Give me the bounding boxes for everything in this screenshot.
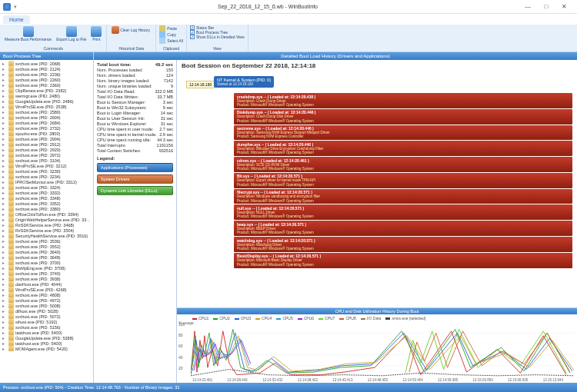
tree-item[interactable]: ▸svchost.exe (PID: 5156): [1, 324, 92, 330]
expand-icon[interactable]: ▸: [2, 93, 7, 98]
expand-icon[interactable]: ▸: [2, 265, 7, 271]
tree-item[interactable]: ▸svchost.exe (PID: 2260): [1, 77, 92, 82]
expand-icon[interactable]: ▸: [2, 136, 7, 141]
tree-item[interactable]: ▸OfficeClickToRun.exe (PID: 3394): [1, 211, 92, 217]
tree-item[interactable]: ▸svchost.exe (PID: 3348): [1, 195, 92, 201]
driver-box[interactable]: crashdmp.sys -- ( Loaded at: 12:14:20.43…: [234, 93, 572, 108]
expand-icon[interactable]: ▸: [2, 341, 7, 346]
tree-item[interactable]: ▸svchost.exe (PID: 2912): [1, 141, 92, 147]
tree-item[interactable]: ▸dllhost.exe (PID: 5028): [1, 308, 92, 314]
kernel-box[interactable]: NT Kernel & System (PID: 0) Started at 1…: [214, 76, 274, 88]
tree-item[interactable]: ▸MsMpEng.exe (PID: 3708): [1, 265, 92, 271]
expand-icon[interactable]: ▸: [2, 158, 7, 163]
measure-boot-button[interactable]: Measure Boot Performance: [3, 25, 53, 42]
expand-icon[interactable]: ▸: [2, 238, 7, 244]
expand-icon[interactable]: ▸: [2, 77, 7, 82]
tree-item[interactable]: ▸OriginWebHelperService.exe (PID: 3396): [1, 217, 92, 222]
expand-icon[interactable]: ▸: [2, 324, 7, 330]
expand-icon[interactable]: ▸: [2, 61, 7, 66]
tree-item[interactable]: ▸svchost.exe (PID: 2904): [1, 136, 92, 141]
tree-item[interactable]: ▸sihost.exe (PID: 5192): [1, 319, 92, 324]
driver-box[interactable]: secnvme.sys -- ( Loaded at: 12:14:20.446…: [234, 125, 572, 141]
tree-item[interactable]: ▸RzSDKService.exe (PID: 3468): [1, 222, 92, 228]
clear-log-button[interactable]: Clear Log History: [110, 25, 152, 35]
expand-icon[interactable]: ▸: [2, 190, 7, 195]
expand-icon[interactable]: ▸: [2, 98, 7, 104]
tree-item[interactable]: ▸WmiPrvSE.exe (PID: 4268): [1, 287, 92, 292]
tree-item[interactable]: ▸svchost.exe (PID: 2124): [1, 66, 92, 71]
expand-icon[interactable]: ▸: [2, 195, 7, 201]
expand-icon[interactable]: ▸: [2, 179, 7, 184]
select-all-button[interactable]: Select All: [159, 38, 183, 44]
expand-icon[interactable]: ▸: [2, 88, 7, 93]
expand-icon[interactable]: ▸: [2, 222, 7, 228]
tab-home[interactable]: Home: [3, 15, 30, 24]
expand-icon[interactable]: ▸: [2, 233, 7, 238]
tree-item[interactable]: ▸svchost.exe (PID: 2236): [1, 71, 92, 77]
expand-icon[interactable]: ▸: [2, 249, 7, 254]
tree-item[interactable]: ▸svchost.exe (PID: 2580): [1, 109, 92, 115]
tree-item[interactable]: ▸svchost.exe (PID: 3536): [1, 238, 92, 244]
minimize-button[interactable]: —: [519, 2, 537, 12]
tree-item[interactable]: ▸svchost.exe (PID: 3332): [1, 190, 92, 195]
tree-item[interactable]: ▸svchost.exe (PID: 2604): [1, 115, 92, 120]
tree-item[interactable]: ▸svchost.exe (PID: 3640): [1, 249, 92, 254]
tree-item[interactable]: ▸svchost.exe (PID: 3234): [1, 174, 92, 179]
expand-icon[interactable]: ▸: [2, 71, 7, 77]
expand-icon[interactable]: ▸: [2, 281, 7, 287]
driver-box[interactable]: dumpfve.sys -- ( Loaded at: 12:14:20.446…: [234, 141, 572, 156]
chart-plot[interactable]: % usage 100 80 60 40 20: [191, 322, 574, 377]
expand-icon[interactable]: ▸: [2, 109, 7, 115]
expand-icon[interactable]: ▸: [2, 120, 7, 125]
driver-box[interactable]: filecrypt.sys -- ( Loaded at: 12:14:20.5…: [234, 189, 572, 204]
tree-item[interactable]: ▸svchost.exe (PID: 3104): [1, 158, 92, 163]
expand-icon[interactable]: ▸: [2, 276, 7, 281]
tree-item[interactable]: ▸svchost.exe (PID: 3552): [1, 244, 92, 249]
tree-item[interactable]: ▸svchost.exe (PID: 3938): [1, 276, 92, 281]
expand-icon[interactable]: ▸: [2, 217, 7, 222]
expand-icon[interactable]: ▸: [2, 228, 7, 233]
expand-icon[interactable]: ▸: [2, 184, 7, 190]
expand-icon[interactable]: ▸: [2, 211, 7, 217]
expand-icon[interactable]: ▸: [2, 206, 7, 211]
expand-icon[interactable]: ▸: [2, 346, 7, 351]
tree-item[interactable]: ▸svchost.exe (PID: 5008): [1, 303, 92, 308]
expand-icon[interactable]: ▸: [2, 174, 7, 179]
expand-icon[interactable]: ▸: [2, 292, 7, 297]
expand-icon[interactable]: ▸: [2, 287, 7, 292]
tree-item[interactable]: ▸svchost.exe (PID: 2732): [1, 125, 92, 131]
tree-item[interactable]: ▸MOMAgent.exe (PID: 5420): [1, 346, 92, 351]
driver-box[interactable]: Diskdump.sys -- ( Loaded at: 12:14:20.44…: [234, 109, 572, 125]
show-dlls-toggle[interactable]: ✓Show DLLs in Detailed View: [190, 35, 245, 39]
tree-item[interactable]: ▸SecurityHealthService.exe (PID: 3516): [1, 233, 92, 238]
tree-item[interactable]: ▸dasHost.exe (PID: 4044): [1, 281, 92, 287]
tree-item[interactable]: ▸svchost.exe (PID: 2920): [1, 147, 92, 152]
tree-item[interactable]: ▸GoogleUpdate.exe (PID: 5288): [1, 335, 92, 341]
expand-icon[interactable]: ▸: [2, 319, 7, 324]
tree-item[interactable]: ▸svchost.exe (PID: 2972): [1, 152, 92, 158]
tree-item[interactable]: ▸svchost.exe (PID: 3380): [1, 206, 92, 211]
expand-icon[interactable]: ▸: [2, 82, 7, 88]
tree-item[interactable]: ▸spoolsv.exe (PID: 2800): [1, 131, 92, 136]
print-button[interactable]: Print: [89, 25, 103, 42]
expand-icon[interactable]: ▸: [2, 141, 7, 147]
driver-box[interactable]: beep.sys -- ( Loaded at: 12:14:20.571 )D…: [234, 221, 572, 236]
expand-icon[interactable]: ▸: [2, 271, 7, 276]
tree-item[interactable]: ▸IPROSetMonitor.exe (PID: 3312): [1, 179, 92, 184]
expand-icon[interactable]: ▸: [2, 254, 7, 260]
driver-box[interactable]: cdrom.sys -- ( Loaded at: 12:14:20.461 )…: [234, 157, 572, 172]
expand-icon[interactable]: ▸: [2, 308, 7, 314]
tree-item[interactable]: ▸WmiPrvSE.exe (PID: 3212): [1, 163, 92, 168]
tree-item[interactable]: ▸taskhost.exe (PID: 5400): [1, 341, 92, 346]
maximize-button[interactable]: □: [537, 2, 555, 12]
tree-item[interactable]: ▸svchost.exe (PID: 3740): [1, 271, 92, 276]
expand-icon[interactable]: ▸: [2, 303, 7, 308]
expand-icon[interactable]: ▸: [2, 314, 7, 319]
driver-box[interactable]: BasicDisplay.sys -- ( Loaded at: 12:14:2…: [234, 253, 572, 268]
driver-box[interactable]: null.sys -- ( Loaded at: 12:14:20.571 )D…: [234, 204, 572, 220]
expand-icon[interactable]: ▸: [2, 147, 7, 152]
timeline-area[interactable]: 12:14:18.180 NT Kernel & System (PID: 0)…: [177, 71, 577, 307]
tree-item[interactable]: ▸taskhost.exe (PID: 5400): [1, 330, 92, 335]
expand-icon[interactable]: ▸: [2, 168, 7, 174]
tree-item[interactable]: ▸WmiPrvSE.exe (PID: 2538): [1, 104, 92, 109]
